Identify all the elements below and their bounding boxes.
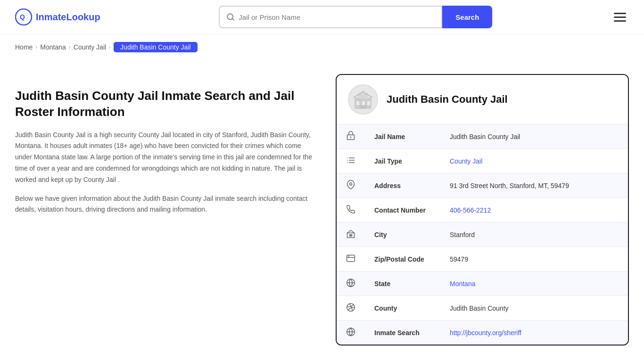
table-row: Contact Number 406-566-2212 bbox=[337, 198, 628, 222]
address-label: Address bbox=[365, 173, 440, 198]
breadcrumb-sep-2: › bbox=[69, 44, 71, 50]
jail-name-label: Jail Name bbox=[365, 124, 440, 149]
jail-type-label: Jail Type bbox=[365, 149, 440, 173]
info-card: Judith Basin County Jail Jail Name bbox=[336, 74, 629, 346]
table-row: Jail Type County Jail bbox=[337, 149, 628, 173]
svg-rect-22 bbox=[351, 235, 352, 236]
contact-value: 406-566-2212 bbox=[440, 198, 628, 222]
zip-label: Zip/Postal Code bbox=[365, 247, 440, 272]
table-row: County Judith Basin County bbox=[337, 296, 628, 321]
svg-rect-10 bbox=[360, 105, 366, 109]
jail-type-value: County Jail bbox=[440, 149, 628, 173]
inmate-search-icon-cell bbox=[337, 321, 365, 345]
table-row: Zip/Postal Code 59479 bbox=[337, 247, 628, 272]
building-icon bbox=[352, 88, 374, 111]
breadcrumb-current: Judith Basin County Jail bbox=[114, 42, 197, 52]
city-value: Stanford bbox=[440, 222, 628, 247]
phone-icon bbox=[346, 205, 355, 214]
county-value: Judith Basin County bbox=[440, 296, 628, 321]
search-input-wrap bbox=[219, 6, 442, 28]
address-icon-cell bbox=[337, 173, 365, 198]
table-row: Jail Name Judith Basin County Jail bbox=[337, 124, 628, 149]
svg-rect-8 bbox=[362, 101, 365, 105]
county-label: County bbox=[365, 296, 440, 321]
contact-link[interactable]: 406-566-2212 bbox=[450, 206, 491, 214]
left-column: Judith Basin County Jail Inmate Search a… bbox=[15, 69, 317, 346]
svg-point-19 bbox=[350, 183, 352, 185]
breadcrumb-sep-1: › bbox=[35, 44, 37, 50]
city-icon bbox=[346, 229, 355, 239]
page-description-1: Judith Basin County Jail is a high secur… bbox=[15, 130, 317, 186]
search-form: Search bbox=[219, 6, 492, 28]
table-row: Address 91 3rd Street North, Stanford, M… bbox=[337, 173, 628, 198]
type-icon-cell bbox=[337, 149, 365, 173]
breadcrumb-county-jail[interactable]: County Jail bbox=[74, 43, 106, 51]
svg-text:Q: Q bbox=[20, 13, 25, 21]
logo-link[interactable]: Q InmateLookup bbox=[15, 8, 100, 25]
table-row: City Stanford bbox=[337, 222, 628, 247]
breadcrumb-montana[interactable]: Montana bbox=[40, 43, 66, 51]
zip-icon bbox=[346, 254, 355, 263]
breadcrumb-home[interactable]: Home bbox=[15, 43, 33, 51]
county-icon-cell bbox=[337, 296, 365, 321]
info-table: Jail Name Judith Basin County Jail Jail … bbox=[337, 124, 628, 345]
header: Q InmateLookup Search bbox=[0, 0, 644, 34]
jail-icon-cell bbox=[337, 124, 365, 149]
search-input[interactable] bbox=[239, 13, 435, 21]
county-icon bbox=[346, 303, 355, 312]
breadcrumb: Home › Montana › County Jail › Judith Ba… bbox=[0, 34, 644, 60]
search-button[interactable]: Search bbox=[442, 6, 492, 28]
inmate-search-label: Inmate Search bbox=[365, 321, 440, 345]
city-label: City bbox=[365, 222, 440, 247]
jail-name-value: Judith Basin County Jail bbox=[440, 124, 628, 149]
phone-icon-cell bbox=[337, 198, 365, 222]
logo-icon: Q bbox=[15, 8, 32, 25]
right-column: Judith Basin County Jail Jail Name bbox=[336, 69, 629, 346]
state-icon-cell bbox=[337, 272, 365, 296]
table-row: State Montana bbox=[337, 272, 628, 296]
logo-text: InmateLookup bbox=[36, 12, 100, 23]
svg-rect-7 bbox=[356, 101, 359, 105]
inmate-search-value: http://jbcounty.org/sheriff bbox=[440, 321, 628, 345]
jail-type-link[interactable]: County Jail bbox=[450, 157, 482, 165]
contact-label: Contact Number bbox=[365, 198, 440, 222]
state-icon bbox=[346, 278, 355, 288]
zip-icon-cell bbox=[337, 247, 365, 272]
page-description-2: Below we have given information about th… bbox=[15, 193, 317, 216]
svg-rect-23 bbox=[347, 255, 355, 261]
table-row: Inmate Search http://jbcounty.org/sherif… bbox=[337, 321, 628, 345]
breadcrumb-sep-3: › bbox=[109, 44, 111, 50]
search-icon bbox=[226, 13, 235, 21]
inmate-search-icon bbox=[346, 327, 355, 337]
main-content: Judith Basin County Jail Inmate Search a… bbox=[0, 60, 644, 362]
inmate-search-link[interactable]: http://jbcounty.org/sheriff bbox=[450, 329, 521, 337]
address-value: 91 3rd Street North, Stanford, MT, 59479 bbox=[440, 173, 628, 198]
svg-rect-9 bbox=[367, 101, 370, 105]
state-label: State bbox=[365, 272, 440, 296]
avatar bbox=[348, 84, 378, 115]
hamburger-menu[interactable] bbox=[611, 10, 629, 25]
city-icon-cell bbox=[337, 222, 365, 247]
svg-line-3 bbox=[232, 18, 234, 20]
state-value: Montana bbox=[440, 272, 628, 296]
jail-icon bbox=[346, 131, 355, 140]
type-icon bbox=[346, 156, 355, 165]
page-title: Judith Basin County Jail Inmate Search a… bbox=[15, 88, 317, 120]
address-icon bbox=[346, 180, 355, 189]
card-header: Judith Basin County Jail bbox=[337, 75, 628, 124]
state-link[interactable]: Montana bbox=[450, 280, 475, 288]
zip-value: 59479 bbox=[440, 247, 628, 272]
card-title: Judith Basin County Jail bbox=[387, 93, 508, 106]
